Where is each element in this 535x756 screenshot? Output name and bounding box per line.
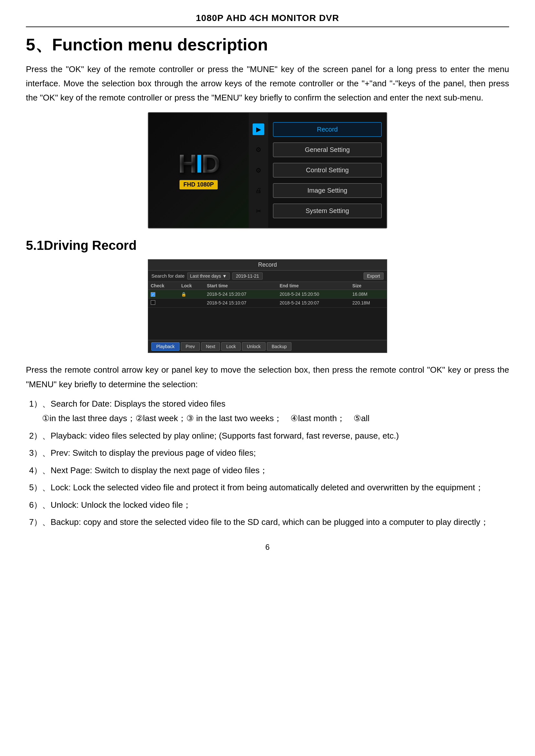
start-time: 2018-5-24 15:20:07 (205, 290, 277, 298)
list-item-5: 5）、Lock: Lock the selected video file an… (29, 480, 509, 495)
table-row: 2018-5-24 15:10:07 2018-5-24 15:20:07 22… (148, 298, 387, 308)
list-item-2: 2）、Playback: video files selected by pla… (29, 429, 509, 444)
menu-item-record[interactable]: Record (273, 122, 382, 137)
col-start: Start time (205, 282, 277, 290)
body-intro-text: Press the remote control arrow key or pa… (26, 363, 509, 392)
dvr-menu-list: Record General Setting Control Setting I… (268, 113, 386, 228)
end-time: 2018-5-24 15:20:50 (277, 290, 350, 298)
menu-item-system[interactable]: System Setting (273, 203, 382, 218)
lock-cell (179, 298, 204, 308)
image-icon: 🖨 (253, 185, 264, 197)
dvr-right-panel: ▶ ⚙ ⚙ 🖨 ✂ Record General Setting Control… (249, 113, 386, 228)
section-title: 5、Function menu description (26, 34, 509, 56)
menu-item-image[interactable]: Image Setting (273, 183, 382, 198)
unlock-button[interactable]: Unlock (242, 342, 266, 351)
checkbox-checked[interactable]: ✓ (151, 292, 155, 297)
dvr-icon-list: ▶ ⚙ ⚙ 🖨 ✂ (249, 113, 268, 228)
lock-button[interactable]: Lock (221, 342, 241, 351)
play-icon: ▶ (253, 123, 264, 135)
lock-icon: 🔒 (181, 292, 186, 297)
col-check: Check (148, 282, 179, 290)
record-dialog-title: Record (148, 259, 387, 271)
backup-button[interactable]: Backup (267, 342, 292, 351)
page-header: 1080P AHD 4CH MONITOR DVR (26, 13, 509, 27)
list-item-7: 7）、Backup: copy and store the selected v… (29, 515, 509, 530)
sub-list-1: ①in the last three days；②last week；③ in … (42, 411, 509, 426)
col-size: Size (350, 282, 387, 290)
list-item-6: 6）、Unlock: Unlock the locked video file； (29, 498, 509, 513)
table-row: ✓ 🔒 2018-5-24 15:20:07 2018-5-24 15:20:5… (148, 290, 387, 298)
date-display: 2019-11-21 (232, 273, 263, 280)
page-number: 6 (26, 543, 509, 552)
list-item-1: 1）、Search for Date: Displays the stored … (29, 396, 509, 426)
next-button[interactable]: Next (201, 342, 220, 351)
file-size: 220.18M (350, 298, 387, 308)
check-cell[interactable]: ✓ (148, 290, 179, 298)
checkbox-unchecked[interactable] (151, 300, 155, 305)
gear2-icon: ⚙ (253, 165, 264, 176)
playback-button[interactable]: Playback (152, 342, 180, 351)
menu-item-control[interactable]: Control Setting (273, 163, 382, 177)
dvr-menu-screenshot: HID FHD 1080P ▶ ⚙ ⚙ 🖨 ✂ Record General S… (148, 112, 387, 229)
numbered-list: 1）、Search for Date: Displays the stored … (29, 396, 509, 530)
tool-icon: ✂ (253, 205, 264, 217)
subsection-51-title: 5.1Driving Record (26, 238, 509, 253)
gear-icon: ⚙ (253, 144, 264, 155)
record-table: Check Lock Start time End time Size ✓ 🔒 … (148, 282, 387, 340)
date-dropdown[interactable]: Last three days ▼ (187, 273, 230, 280)
dvr-left-panel: HID FHD 1080P (149, 113, 249, 228)
prev-button[interactable]: Prev (181, 342, 200, 351)
table-header-row: Check Lock Start time End time Size (148, 282, 387, 290)
lock-cell: 🔒 (179, 290, 204, 298)
record-dialog-screenshot: Record Search for date Last three days ▼… (148, 259, 387, 353)
col-end: End time (277, 282, 350, 290)
list-item-4: 4）、Next Page: Switch to display the next… (29, 463, 509, 478)
record-search-bar: Search for date Last three days ▼ 2019-1… (148, 271, 387, 282)
header-title: 1080P AHD 4CH MONITOR DVR (196, 13, 339, 23)
file-size: 16.08M (350, 290, 387, 298)
intro-text: Press the "OK" key of the remote control… (26, 62, 509, 105)
col-lock: Lock (179, 282, 204, 290)
chevron-down-icon: ▼ (222, 273, 227, 279)
start-time: 2018-5-24 15:10:07 (205, 298, 277, 308)
hd-logo: HID (178, 151, 219, 177)
list-item-3: 3）、Prev: Switch to display the previous … (29, 446, 509, 461)
record-footer: Playback Prev Next Lock Unlock Backup (148, 340, 387, 353)
export-button[interactable]: Export (364, 273, 383, 280)
menu-item-general[interactable]: General Setting (273, 143, 382, 157)
fhd-badge: FHD 1080P (180, 180, 218, 189)
search-for-date-label: Search for date (152, 273, 185, 279)
end-time: 2018-5-24 15:20:07 (277, 298, 350, 308)
check-cell[interactable] (148, 298, 179, 308)
table-empty-row (148, 308, 387, 340)
